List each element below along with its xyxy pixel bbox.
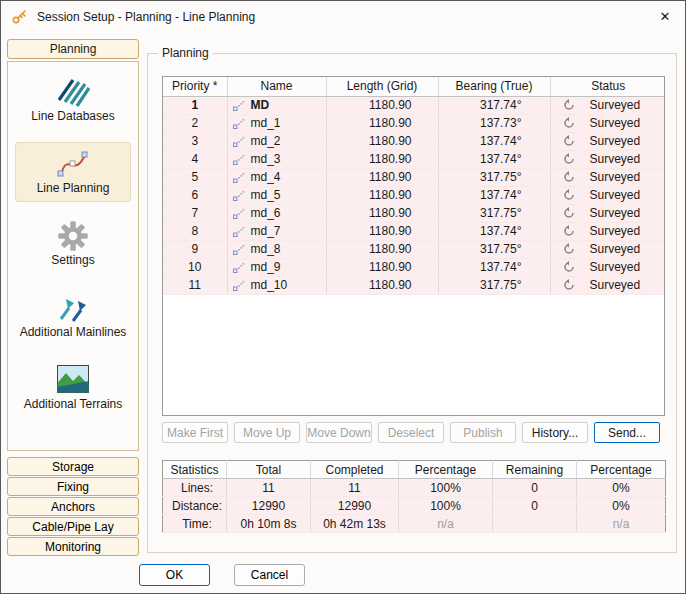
close-button[interactable]: ✕: [645, 1, 685, 32]
line-name-icon: [233, 279, 246, 291]
column-header-length-grid[interactable]: Length (Grid): [326, 77, 438, 96]
sidebar-section-monitoring[interactable]: Monitoring: [7, 537, 139, 556]
make-first-button[interactable]: Make First: [162, 422, 228, 443]
status-cell[interactable]: Surveyed: [550, 96, 665, 114]
stats-value-cell: 11: [227, 479, 311, 497]
length-cell[interactable]: 1180.90: [326, 168, 438, 186]
name-cell[interactable]: md_7: [227, 222, 326, 240]
priority-cell[interactable]: 1: [163, 96, 227, 114]
move-down-button[interactable]: Move Down: [306, 422, 372, 443]
publish-button[interactable]: Publish: [450, 422, 516, 443]
history-button[interactable]: History...: [522, 422, 588, 443]
status-cell[interactable]: Surveyed: [550, 114, 665, 132]
name-cell[interactable]: md_9: [227, 258, 326, 276]
table-row[interactable]: 3md_21180.90137.74°Surveyed: [163, 132, 665, 150]
status-cell[interactable]: Surveyed: [550, 276, 665, 294]
name-cell[interactable]: md_4: [227, 168, 326, 186]
length-cell[interactable]: 1180.90: [326, 258, 438, 276]
priority-cell[interactable]: 6: [163, 186, 227, 204]
bearing-cell[interactable]: 317.75°: [438, 204, 550, 222]
status-cell[interactable]: Surveyed: [550, 168, 665, 186]
column-header-bearing-true[interactable]: Bearing (True): [438, 77, 550, 96]
bearing-cell[interactable]: 317.74°: [438, 96, 550, 114]
sidebar-item-line-planning[interactable]: Line Planning: [15, 142, 131, 202]
length-cell[interactable]: 1180.90: [326, 204, 438, 222]
sidebar-item-additional-terrains[interactable]: Additional Terrains: [15, 358, 131, 418]
name-cell[interactable]: md_8: [227, 240, 326, 258]
priority-cell[interactable]: 8: [163, 222, 227, 240]
planning-groupbox: Planning Priority *NameLength (Grid)Bear…: [147, 53, 677, 553]
name-cell[interactable]: md_5: [227, 186, 326, 204]
cancel-button[interactable]: Cancel: [234, 564, 305, 586]
table-row[interactable]: 9md_81180.90317.75°Surveyed: [163, 240, 665, 258]
priority-cell[interactable]: 10: [163, 258, 227, 276]
sidebar-section-fixing[interactable]: Fixing: [7, 477, 139, 496]
priority-cell[interactable]: 3: [163, 132, 227, 150]
sidebar-section-cable-pipe-lay[interactable]: Cable/Pipe Lay: [7, 517, 139, 536]
table-row[interactable]: 1MD1180.90317.74°Surveyed: [163, 96, 665, 114]
bearing-cell[interactable]: 317.75°: [438, 240, 550, 258]
table-row[interactable]: 7md_61180.90317.75°Surveyed: [163, 204, 665, 222]
table-row[interactable]: 8md_71180.90137.74°Surveyed: [163, 222, 665, 240]
name-cell[interactable]: MD: [227, 96, 326, 114]
status-cell[interactable]: Surveyed: [550, 186, 665, 204]
sidebar-item-line-databases[interactable]: Line Databases: [15, 70, 131, 130]
priority-cell[interactable]: 7: [163, 204, 227, 222]
surveyed-icon: [563, 171, 576, 183]
priority-cell[interactable]: 2: [163, 114, 227, 132]
status-cell[interactable]: Surveyed: [550, 240, 665, 258]
bearing-cell[interactable]: 317.75°: [438, 168, 550, 186]
length-cell[interactable]: 1180.90: [326, 240, 438, 258]
length-cell[interactable]: 1180.90: [326, 186, 438, 204]
priority-cell[interactable]: 11: [163, 276, 227, 294]
send-button[interactable]: Send...: [594, 422, 660, 443]
status-cell[interactable]: Surveyed: [550, 150, 665, 168]
sidebar-group-planning[interactable]: Planning: [7, 39, 139, 59]
table-row[interactable]: 2md_11180.90137.73°Surveyed: [163, 114, 665, 132]
line-name-icon: [233, 153, 246, 165]
table-row[interactable]: 6md_51180.90137.74°Surveyed: [163, 186, 665, 204]
column-header-name[interactable]: Name: [227, 77, 326, 96]
bearing-cell[interactable]: 137.73°: [438, 114, 550, 132]
length-cell[interactable]: 1180.90: [326, 222, 438, 240]
length-cell[interactable]: 1180.90: [326, 150, 438, 168]
length-cell[interactable]: 1180.90: [326, 96, 438, 114]
name-cell[interactable]: md_2: [227, 132, 326, 150]
name-cell[interactable]: md_10: [227, 276, 326, 294]
status-cell[interactable]: Surveyed: [550, 204, 665, 222]
deselect-button[interactable]: Deselect: [378, 422, 444, 443]
bearing-cell[interactable]: 137.74°: [438, 222, 550, 240]
status-cell[interactable]: Surveyed: [550, 258, 665, 276]
name-cell[interactable]: md_6: [227, 204, 326, 222]
sidebar-section-storage[interactable]: Storage: [7, 457, 139, 476]
table-row[interactable]: 10md_91180.90137.74°Surveyed: [163, 258, 665, 276]
name-cell[interactable]: md_3: [227, 150, 326, 168]
table-row[interactable]: 5md_41180.90317.75°Surveyed: [163, 168, 665, 186]
status-cell[interactable]: Surveyed: [550, 132, 665, 150]
table-row[interactable]: 11md_101180.90317.75°Surveyed: [163, 276, 665, 294]
length-cell[interactable]: 1180.90: [326, 276, 438, 294]
column-header-status[interactable]: Status: [550, 77, 665, 96]
status-cell[interactable]: Surveyed: [550, 222, 665, 240]
bearing-cell[interactable]: 317.75°: [438, 276, 550, 294]
table-row[interactable]: 4md_31180.90137.74°Surveyed: [163, 150, 665, 168]
move-up-button[interactable]: Move Up: [234, 422, 300, 443]
bearing-cell[interactable]: 137.74°: [438, 150, 550, 168]
sidebar-item-settings[interactable]: Settings: [15, 214, 131, 274]
sidebar-item-additional-mainlines[interactable]: Additional Mainlines: [15, 286, 131, 346]
additional-mainlines-icon: [56, 293, 90, 323]
stats-value-cell: 12990: [311, 497, 399, 515]
priority-cell[interactable]: 5: [163, 168, 227, 186]
bearing-cell[interactable]: 137.74°: [438, 186, 550, 204]
status-label: Surveyed: [590, 152, 641, 166]
ok-button[interactable]: OK: [139, 564, 210, 586]
length-cell[interactable]: 1180.90: [326, 132, 438, 150]
length-cell[interactable]: 1180.90: [326, 114, 438, 132]
bearing-cell[interactable]: 137.74°: [438, 258, 550, 276]
name-cell[interactable]: md_1: [227, 114, 326, 132]
priority-cell[interactable]: 9: [163, 240, 227, 258]
priority-cell[interactable]: 4: [163, 150, 227, 168]
bearing-cell[interactable]: 137.74°: [438, 132, 550, 150]
sidebar-section-anchors[interactable]: Anchors: [7, 497, 139, 516]
column-header-priority[interactable]: Priority *: [163, 77, 227, 96]
